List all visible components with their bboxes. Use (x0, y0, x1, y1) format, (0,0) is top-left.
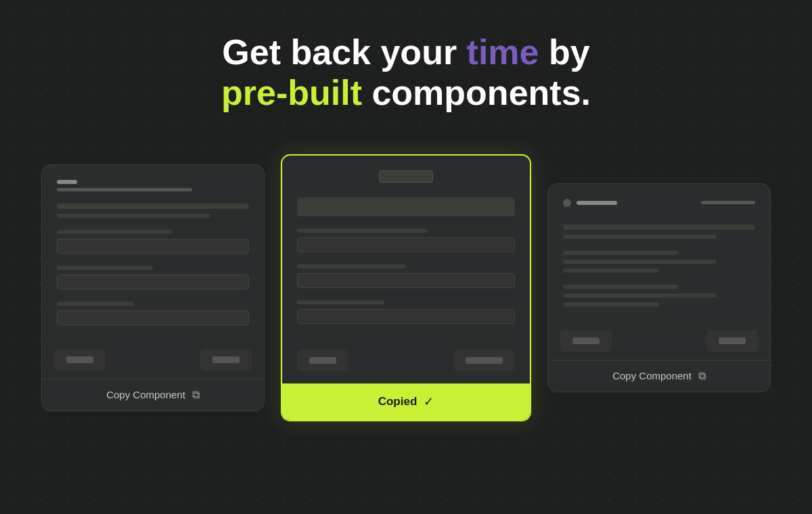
headline-word-time: time (467, 32, 539, 72)
sk-right-60-2 (563, 285, 678, 289)
copy-component-button-left[interactable]: Copy Component ⧉ (42, 379, 264, 411)
center-top-bar (297, 170, 515, 183)
sk-right-80 (563, 235, 717, 239)
right-card-header (563, 199, 755, 207)
sk-full-1 (57, 204, 249, 209)
card-right-footer (548, 321, 770, 360)
sk-center-input-3 (297, 309, 515, 324)
card-left-content (42, 165, 264, 340)
cards-container: Copy Component ⧉ (41, 154, 771, 421)
sk-right-50 (563, 268, 659, 273)
center-top-sk (379, 170, 433, 183)
footer-btn-sk-center-1 (309, 357, 336, 364)
footer-btn-sk-right-2 (719, 337, 746, 344)
sk-center-60 (297, 229, 428, 233)
rch-line1 (577, 201, 617, 205)
headline: Get back your time by pre-built componen… (221, 32, 591, 114)
card-center-content (282, 156, 530, 383)
sk-section-3-right (563, 285, 755, 306)
sk-center-input-2 (297, 273, 515, 288)
sk-40-1 (57, 302, 134, 306)
rch-dot (563, 199, 571, 207)
footer-btn-left-2[interactable] (200, 349, 252, 371)
sk-section-3-left (57, 266, 249, 289)
copy-label-right: Copy Component (612, 370, 692, 381)
footer-btn-center-1[interactable] (297, 350, 348, 371)
sk-section-2-left (57, 230, 249, 254)
card-left: Copy Component ⧉ (41, 164, 265, 411)
copied-label: Copied (378, 395, 418, 408)
sk-input-2 (57, 275, 249, 289)
sk-section-1-center (297, 197, 515, 216)
copy-icon-right: ⧉ (698, 370, 706, 382)
sk-80-1 (57, 214, 210, 218)
footer-btn-sk-right-1 (572, 337, 600, 344)
sk-right-50-2 (563, 302, 659, 306)
footer-btn-sk-left-1 (66, 356, 93, 363)
card-left-footer (42, 340, 264, 379)
sk-title-long-left (57, 188, 192, 191)
sk-section-2-right (563, 251, 755, 273)
footer-btn-sk-left-2 (212, 356, 240, 363)
footer-btn-center-2[interactable] (453, 350, 515, 371)
copy-label-left: Copy Component (106, 389, 185, 400)
sk-title-area-left (57, 180, 249, 191)
card-right-skeleton (563, 199, 755, 309)
card-left-skeleton (57, 180, 249, 328)
sk-right-80-3 (563, 294, 717, 298)
copy-component-button-right[interactable]: Copy Component ⧉ (548, 360, 770, 392)
card-right: Copy Component ⧉ (547, 183, 771, 392)
sk-title-short-left (57, 180, 77, 184)
sk-right-60-1 (563, 251, 678, 255)
headline-text-1: Get back your (222, 32, 466, 72)
sk-center-input-1 (297, 237, 515, 252)
headline-line2: pre-built components. (221, 73, 591, 114)
footer-btn-sk-center-2 (466, 357, 503, 364)
sk-section-3-center (297, 264, 515, 288)
page-wrapper: Get back your time by pre-built componen… (0, 0, 812, 514)
headline-text-3: components. (362, 73, 591, 112)
copied-check-icon: ✓ (424, 394, 434, 409)
footer-btn-right-1[interactable] (560, 330, 612, 352)
sk-50-1 (57, 266, 153, 270)
headline-line1: Get back your time by (221, 32, 591, 73)
sk-section-1-right (563, 225, 755, 239)
card-right-content (548, 184, 770, 321)
headline-word-prebuilt: pre-built (221, 73, 362, 112)
sk-center-40 (297, 300, 384, 304)
sk-section-2-center (297, 229, 515, 252)
sk-section-1-left (57, 204, 249, 218)
sk-section-4-center (297, 300, 515, 324)
footer-btn-right-2[interactable] (706, 330, 758, 352)
copied-button-center[interactable]: Copied ✓ (282, 383, 530, 420)
sk-input-1 (57, 239, 249, 254)
headline-text-2: by (539, 32, 590, 72)
sk-center-50 (297, 264, 406, 268)
card-center: Copied ✓ (281, 154, 531, 421)
rch-line2 (701, 201, 755, 204)
center-footer-btns (297, 350, 515, 371)
sk-right-full (563, 225, 755, 230)
footer-btn-left-1[interactable] (54, 349, 106, 371)
sk-right-80-2 (563, 260, 717, 264)
sk-input-3 (57, 310, 249, 325)
sk-60-1 (57, 230, 172, 234)
sk-section-4-left (57, 302, 249, 325)
sk-hero-center (297, 197, 515, 216)
copy-icon-left: ⧉ (192, 389, 200, 401)
